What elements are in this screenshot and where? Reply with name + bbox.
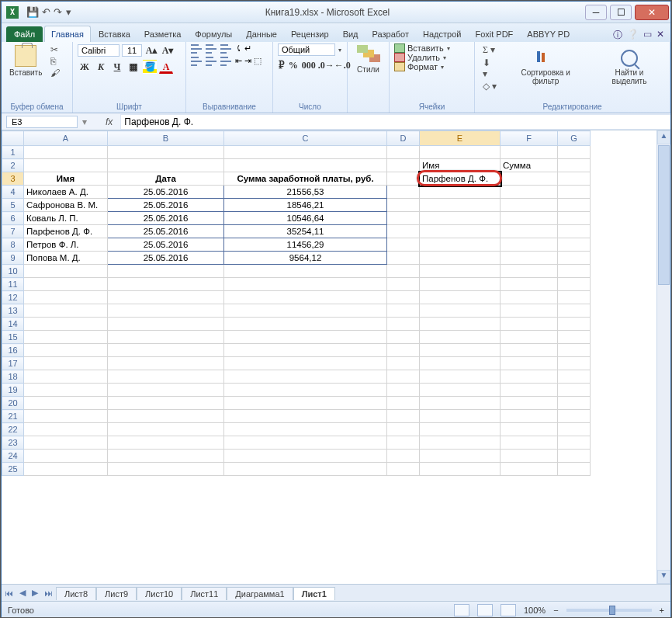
cell-C9[interactable]: 9564,12 [224, 252, 387, 265]
close-button[interactable]: ✕ [635, 5, 669, 20]
ribbon-minimize-icon[interactable]: ⓘ [613, 29, 622, 42]
cell-E14[interactable] [420, 318, 501, 331]
cell-B3[interactable]: Дата [108, 172, 224, 186]
qat-save[interactable]: 💾 [26, 6, 39, 18]
italic-button[interactable]: К [94, 60, 108, 74]
autosum-icon[interactable]: Σ ▾ [483, 44, 497, 56]
cell-D8[interactable] [387, 238, 420, 252]
cell-A23[interactable] [24, 436, 108, 450]
number-format-select[interactable]: Общий [278, 43, 335, 56]
cell-B24[interactable] [108, 450, 224, 463]
cell-F17[interactable] [501, 357, 558, 370]
currency-icon[interactable]: ₽ [278, 58, 286, 72]
cell-E24[interactable] [420, 450, 501, 463]
cell-C23[interactable] [224, 436, 387, 450]
cell-G9[interactable] [558, 252, 591, 265]
zoom-slider[interactable] [566, 609, 652, 612]
percent-icon[interactable]: % [288, 58, 299, 72]
cell-D9[interactable] [387, 252, 420, 265]
cell-E11[interactable] [420, 278, 501, 291]
cell-E8[interactable] [420, 238, 501, 252]
cell-B14[interactable] [108, 318, 224, 331]
cell-A4[interactable]: Николаев А. Д. [24, 186, 108, 199]
cell-E13[interactable] [420, 304, 501, 318]
cell-A7[interactable]: Парфенов Д. Ф. [24, 225, 108, 238]
cell-B4[interactable]: 25.05.2016 [108, 186, 224, 199]
cell-E7[interactable] [420, 225, 501, 238]
cell-D23[interactable] [387, 436, 420, 450]
cell-G14[interactable] [558, 318, 591, 331]
cell-F23[interactable] [501, 436, 558, 450]
cell-F20[interactable] [501, 397, 558, 410]
cell-G3[interactable] [558, 172, 591, 186]
cell-D12[interactable] [387, 291, 420, 304]
view-break-button[interactable] [501, 604, 516, 616]
tab-nav-last[interactable]: ⏭ [41, 588, 56, 598]
cell-C22[interactable] [224, 423, 387, 436]
cell-G12[interactable] [558, 291, 591, 304]
maximize-button[interactable]: ☐ [610, 5, 632, 20]
cell-E9[interactable] [420, 252, 501, 265]
cell-D21[interactable] [387, 410, 420, 423]
minimize-button[interactable]: ─ [585, 5, 607, 20]
cell-F22[interactable] [501, 423, 558, 436]
align-right-icon[interactable] [220, 57, 233, 66]
row-header-10[interactable]: 10 [2, 265, 24, 278]
cell-F1[interactable] [501, 146, 558, 159]
cell-F12[interactable] [501, 291, 558, 304]
tab-addins[interactable]: Надстрой [417, 26, 467, 42]
cell-C24[interactable] [224, 450, 387, 463]
cell-E19[interactable] [420, 384, 501, 397]
cell-A17[interactable] [24, 357, 108, 370]
row-header-7[interactable]: 7 [2, 225, 24, 238]
row-header-8[interactable]: 8 [2, 238, 24, 252]
cell-F16[interactable] [501, 344, 558, 357]
row-header-23[interactable]: 23 [2, 436, 24, 450]
cell-B13[interactable] [108, 304, 224, 318]
cell-C13[interactable] [224, 304, 387, 318]
orientation-icon[interactable]: ⤹ [235, 43, 242, 54]
cell-C5[interactable]: 18546,21 [224, 199, 387, 212]
cell-D10[interactable] [387, 265, 420, 278]
align-bottom-icon[interactable] [220, 44, 233, 54]
cell-G18[interactable] [558, 370, 591, 384]
cell-A9[interactable]: Попова М. Д. [24, 252, 108, 265]
cell-G17[interactable] [558, 357, 591, 370]
tab-formulas[interactable]: Формулы [189, 26, 238, 42]
tab-data[interactable]: Данные [240, 26, 283, 42]
format-cells-button[interactable]: Формат▾ [394, 62, 469, 71]
cell-F3[interactable] [501, 172, 558, 186]
cell-C18[interactable] [224, 370, 387, 384]
cell-E4[interactable] [420, 186, 501, 199]
name-box[interactable]: E3 [6, 116, 78, 128]
zoom-in-button[interactable]: + [660, 606, 664, 615]
cut-icon[interactable]: ✂ [50, 44, 60, 55]
view-layout-button[interactable] [477, 604, 493, 616]
cell-D11[interactable] [387, 278, 420, 291]
cell-A5[interactable]: Сафронова В. М. [24, 199, 108, 212]
cell-A22[interactable] [24, 423, 108, 436]
cell-B9[interactable]: 25.05.2016 [108, 252, 224, 265]
scroll-down-icon[interactable]: ▼ [657, 570, 670, 584]
cell-E12[interactable] [420, 291, 501, 304]
cell-F5[interactable] [501, 199, 558, 212]
file-tab[interactable]: Файл [6, 26, 43, 42]
format-painter-icon[interactable]: 🖌 [50, 68, 60, 78]
row-header-13[interactable]: 13 [2, 304, 24, 318]
row-header-14[interactable]: 14 [2, 318, 24, 331]
cell-D14[interactable] [387, 318, 420, 331]
cell-A11[interactable] [24, 278, 108, 291]
paste-button[interactable]: Вставить [6, 43, 45, 78]
col-header-G[interactable]: G [558, 131, 591, 146]
view-normal-button[interactable] [454, 604, 469, 616]
cell-F18[interactable] [501, 370, 558, 384]
cell-D7[interactable] [387, 225, 420, 238]
cell-G19[interactable] [558, 384, 591, 397]
cell-F24[interactable] [501, 450, 558, 463]
cell-C2[interactable] [224, 159, 387, 172]
cell-E20[interactable] [420, 397, 501, 410]
col-header-F[interactable]: F [501, 131, 558, 146]
cell-D6[interactable] [387, 212, 420, 225]
cell-F13[interactable] [501, 304, 558, 318]
cell-G10[interactable] [558, 265, 591, 278]
